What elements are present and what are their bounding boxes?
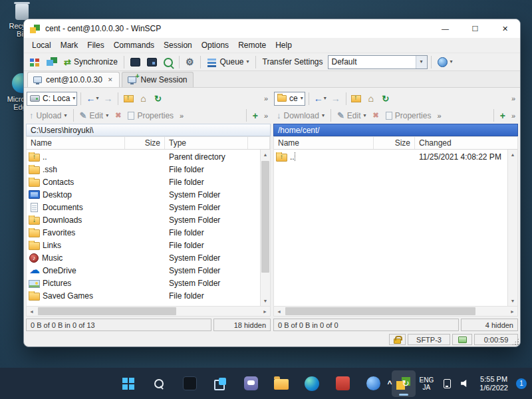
scroll-left-icon[interactable]: ◄ — [274, 307, 284, 317]
title-bar[interactable]: cent - cent@10.0.0.30 - WinSCP — ☐ ✕ — [24, 19, 520, 38]
column-header-type[interactable]: Type — [165, 137, 248, 149]
local-path-bar[interactable]: C:\Users\hiroyuki\ — [26, 124, 271, 136]
remote-directory-combo[interactable]: ce ▾ — [274, 92, 305, 106]
hidden-files-count[interactable]: 4 hidden — [461, 319, 518, 331]
network-button[interactable]: ▾ — [435, 55, 456, 70]
menu-commands[interactable]: Commands — [109, 39, 159, 52]
new-item-button[interactable]: + — [497, 108, 508, 123]
scroll-right-icon[interactable]: ► — [507, 307, 517, 317]
back-button[interactable]: ←▾ — [313, 91, 328, 106]
remote-path-bar[interactable]: /home/cent/ — [273, 124, 518, 136]
close-button[interactable]: ✕ — [490, 19, 520, 38]
duplicate-session-button[interactable] — [44, 55, 60, 70]
task-view-button[interactable] — [208, 370, 232, 397]
file-row[interactable]: PicturesSystem Folder — [27, 277, 260, 289]
edge-button[interactable] — [300, 370, 324, 397]
horizontal-scrollbar[interactable]: ◄ ► — [273, 307, 518, 317]
file-row[interactable]: FavoritesFile folder — [27, 226, 260, 239]
file-row[interactable]: DesktopSystem Folder — [27, 188, 260, 201]
toolbar-overflow-button[interactable]: » — [178, 112, 186, 120]
forward-button[interactable]: → — [329, 91, 342, 106]
file-row[interactable]: ..Parent directory — [27, 150, 260, 163]
horizontal-scrollbar[interactable]: ◄ ► — [26, 307, 271, 317]
chat-button[interactable] — [239, 370, 263, 397]
toolbar-overflow-button[interactable]: » — [435, 112, 443, 120]
menu-mark[interactable]: Mark — [56, 39, 83, 52]
file-row[interactable]: .sshFile folder — [27, 163, 260, 176]
transfer-settings-combo[interactable]: Default ▾ — [328, 55, 428, 69]
column-header-size[interactable]: Size — [125, 137, 165, 149]
minimize-button[interactable]: — — [430, 19, 460, 38]
terminal-button[interactable] — [144, 55, 160, 70]
preferences-button[interactable]: ⚙ — [183, 55, 197, 70]
file-explorer-button[interactable] — [269, 370, 293, 397]
toolbar-overflow-button[interactable]: » — [262, 112, 270, 120]
synchronize-button[interactable]: ⇄ Synchronize — [61, 55, 120, 70]
tab-close-icon[interactable]: ✕ — [106, 76, 114, 84]
upload-button[interactable]: ↑ Upload ▾ — [27, 108, 70, 123]
file-row[interactable]: .. 11/25/2021 4:08:22 PM — [274, 150, 507, 163]
refresh-button[interactable]: ↻ — [379, 91, 392, 106]
toolbar-overflow-button[interactable]: » — [262, 94, 270, 102]
queue-button[interactable]: Queue ▾ — [204, 55, 252, 70]
encryption-status[interactable] — [389, 334, 406, 345]
menu-options[interactable]: Options — [197, 39, 233, 52]
volume-button[interactable] — [459, 378, 471, 390]
tab-session[interactable]: cent@10.0.0.30 ✕ — [27, 72, 120, 87]
file-row[interactable]: ContactsFile folder — [27, 176, 260, 188]
parent-directory-button[interactable] — [122, 91, 135, 106]
delete-button[interactable]: ✖ — [112, 108, 124, 123]
scrollbar-track[interactable] — [508, 160, 517, 296]
scroll-down-icon[interactable]: ▼ — [508, 296, 518, 306]
tray-sync-button[interactable]: ↻ — [400, 376, 412, 390]
menu-files[interactable]: Files — [82, 39, 108, 52]
pinned-app-orange-button[interactable] — [331, 370, 354, 397]
column-header-size[interactable]: Size — [374, 137, 415, 149]
hidden-files-count[interactable]: 18 hidden — [213, 319, 271, 331]
menu-session[interactable]: Session — [159, 39, 197, 52]
scroll-left-icon[interactable]: ◄ — [27, 307, 37, 317]
tray-overflow-button[interactable]: ^ — [386, 379, 394, 388]
find-files-button[interactable] — [161, 55, 176, 70]
delete-button[interactable]: ✖ — [370, 108, 382, 123]
scrollbar-track[interactable] — [37, 307, 260, 316]
edit-button[interactable]: ✎ Edit ▾ — [334, 108, 369, 123]
file-row[interactable]: OneDriveSystem Folder — [27, 264, 260, 277]
pinned-app-dark-button[interactable] — [178, 370, 201, 397]
menu-remote[interactable]: Remote — [233, 39, 271, 52]
scrollbar-track[interactable] — [284, 307, 507, 316]
scrollbar-thumb[interactable] — [261, 161, 269, 273]
scroll-up-icon[interactable]: ▲ — [261, 150, 271, 160]
scrollbar-track[interactable] — [261, 160, 270, 296]
vertical-scrollbar[interactable]: ▲ ▼ — [507, 150, 517, 306]
column-header-extra[interactable] — [248, 137, 270, 149]
scrollbar-thumb[interactable] — [285, 307, 475, 315]
tab-new-session[interactable]: New Session — [122, 72, 193, 87]
edit-button[interactable]: ✎ Edit ▾ — [77, 108, 112, 123]
home-directory-button[interactable]: ⌂ — [136, 91, 150, 106]
scroll-down-icon[interactable]: ▼ — [261, 296, 271, 306]
file-row[interactable]: MusicSystem Folder — [27, 251, 260, 264]
back-button[interactable]: ←▾ — [84, 91, 100, 106]
scrollbar-thumb[interactable] — [38, 307, 176, 315]
parent-directory-button[interactable] — [350, 91, 363, 106]
start-button[interactable] — [116, 370, 140, 397]
scroll-right-icon[interactable]: ► — [260, 307, 270, 317]
toolbar-overflow-button[interactable]: » — [509, 94, 517, 102]
menu-help[interactable]: Help — [271, 39, 297, 52]
combo-dropdown-button[interactable]: ▾ — [416, 56, 427, 68]
language-indicator[interactable]: ENG JA — [418, 374, 436, 393]
toolbar-overflow-button[interactable]: » — [509, 112, 517, 120]
session-timer[interactable]: 0:00:59 — [474, 334, 518, 345]
maximize-button[interactable]: ☐ — [460, 19, 490, 38]
taskbar-clock[interactable]: 5:55 PM 1/6/2022 — [477, 373, 510, 394]
notification-badge[interactable]: 1 — [516, 378, 527, 389]
scroll-up-icon[interactable]: ▲ — [508, 150, 518, 160]
session-status[interactable] — [452, 334, 472, 345]
site-manager-button[interactable] — [27, 55, 43, 70]
protocol-indicator[interactable]: SFTP-3 — [408, 334, 450, 345]
file-row[interactable]: Saved GamesFile folder — [27, 289, 260, 302]
pinned-app-blue-button[interactable] — [361, 370, 385, 397]
file-row[interactable]: LinksFile folder — [27, 239, 260, 251]
download-button[interactable]: ↓ Download ▾ — [274, 108, 327, 123]
